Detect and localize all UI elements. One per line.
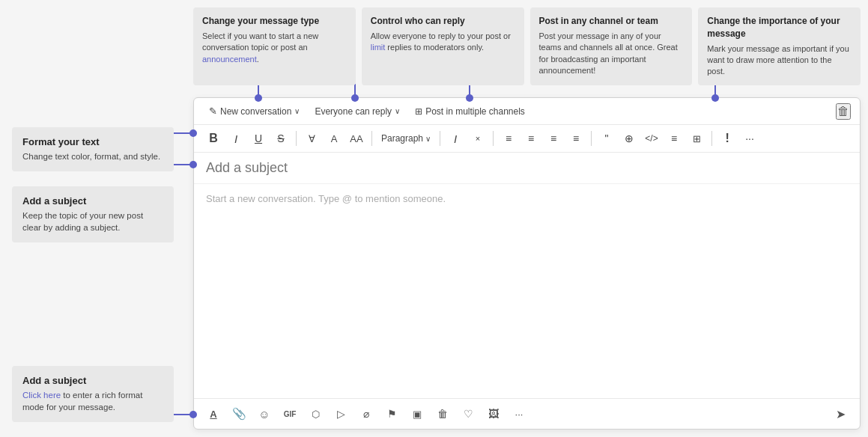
connector-dot-subject (189, 161, 197, 168)
connector-dot-format (189, 129, 197, 137)
add-subject-bottom-body: Click here to enter a rich format mode f… (22, 389, 163, 413)
indent-right-btn[interactable]: ≡ (521, 128, 541, 149)
chevron-down-icon-2: ∨ (395, 107, 400, 115)
fmt-sep-4 (493, 131, 494, 146)
post-multiple-label: Post in multiple channels (425, 106, 525, 117)
connector-dot-2 (351, 94, 359, 102)
edit-icon: ✎ (209, 106, 217, 117)
bullet-list-btn[interactable]: ≡ (543, 128, 564, 149)
emoji-btn[interactable]: ☺ (254, 403, 275, 424)
underline-btn[interactable]: U (248, 128, 269, 149)
connector-dot-3 (466, 94, 473, 102)
connector-dot-1 (255, 94, 262, 102)
link-btn[interactable]: ⊕ (619, 128, 640, 149)
add-subject-bottom-title: Add a subject (22, 375, 163, 386)
quote-btn[interactable]: " (596, 128, 617, 149)
font-size-large-btn[interactable]: AA (346, 128, 367, 149)
tooltip-who-reply-text: Allow everyone to reply to your post or … (371, 31, 515, 54)
more-options-btn[interactable]: ··· (739, 128, 760, 149)
editor-wrapper: ✎ New conversation ∨ Everyone can reply … (193, 97, 861, 430)
font-size-btn[interactable]: A (324, 128, 345, 149)
clear-format-btn[interactable]: × (467, 128, 488, 149)
top-tooltips: Change your message type Select if you w… (193, 7, 861, 85)
sticker-btn[interactable]: ⬡ (305, 403, 326, 424)
main-container: Change your message type Select if you w… (0, 0, 868, 437)
image-btn[interactable]: 🖼 (483, 403, 504, 424)
paragraph-select[interactable]: Paragraph ∨ (377, 132, 435, 145)
new-conversation-label: New conversation (220, 106, 291, 117)
tooltip-post-channel-text: Post your message in any of your teams a… (539, 31, 684, 77)
fmt-sep-1 (296, 131, 297, 146)
subject-input[interactable] (206, 160, 848, 176)
subject-line (194, 153, 860, 184)
format-text-btn[interactable]: A (203, 403, 224, 424)
delete-clip-btn[interactable]: 🗑 (432, 403, 453, 424)
more-bottom-btn[interactable]: ··· (509, 403, 529, 424)
left-sidebar: Format your text Change text color, form… (0, 0, 186, 437)
fmt-sep-5 (591, 131, 592, 146)
align-btn[interactable]: ≡ (664, 128, 685, 149)
italic-btn[interactable]: I (225, 128, 246, 149)
add-subject-card-top: Add a subject Keep the topic of your new… (12, 186, 174, 242)
everyone-reply-label: Everyone can reply (315, 106, 392, 117)
paragraph-label: Paragraph (381, 133, 423, 144)
strikethrough-btn[interactable]: S (270, 128, 291, 149)
tooltip-post-channel-title: Post in any channel or team (539, 15, 684, 28)
tooltip-message-type: Change your message type Select if you w… (193, 7, 356, 85)
video-clip-btn[interactable]: ▣ (407, 403, 428, 424)
editor-toolbar-top: ✎ New conversation ∨ Everyone can reply … (194, 98, 860, 125)
fmt-sep-6 (711, 131, 712, 146)
new-conversation-btn[interactable]: ✎ New conversation ∨ (203, 103, 306, 120)
important-btn[interactable]: ! (717, 128, 738, 149)
everyone-reply-btn[interactable]: Everyone can reply ∨ (309, 103, 406, 120)
delete-btn[interactable]: 🗑 (836, 103, 851, 120)
table-btn[interactable]: ⊞ (686, 128, 707, 149)
connector-dot-4 (711, 94, 719, 102)
add-subject-card-bottom: Add a subject Click here to enter a rich… (12, 366, 174, 422)
numbered-list-btn[interactable]: ≡ (565, 128, 586, 149)
format-text-title: Format your text (22, 136, 163, 147)
chevron-down-icon: ∨ (294, 107, 300, 115)
attach-file-btn[interactable]: 📎 (228, 403, 249, 424)
tooltip-message-type-title: Change your message type (202, 15, 347, 28)
gif-btn[interactable]: GIF (279, 403, 300, 424)
bold-btn[interactable]: B (203, 128, 224, 149)
tooltip-post-channel: Post in any channel or team Post your me… (530, 7, 693, 85)
tooltip-message-type-text: Select if you want to start a new conver… (202, 31, 347, 65)
paragraph-chevron: ∨ (425, 135, 431, 143)
tooltip-who-reply: Control who can reply Allow everyone to … (362, 7, 524, 85)
indent-left-btn[interactable]: ≡ (498, 128, 519, 149)
schedule-btn[interactable]: ▷ (330, 403, 351, 424)
rich-format-link[interactable]: Click here (22, 391, 61, 400)
format-text-body: Change text color, format, and style. (22, 150, 163, 162)
tooltip-importance: Change the importance of your message Ma… (698, 7, 861, 85)
format-text-card: Format your text Change text color, form… (12, 127, 174, 171)
send-btn[interactable]: ➤ (830, 403, 851, 424)
message-area[interactable]: Start a new conversation. Type @ to ment… (194, 184, 860, 398)
tooltip-importance-title: Change the importance of your message (707, 15, 852, 40)
tooltip-importance-text: Mark your message as important if you wa… (707, 43, 852, 78)
code-btn[interactable]: </> (641, 128, 662, 149)
fmt-sep-3 (440, 131, 440, 146)
praise-btn[interactable]: ⚑ (381, 403, 402, 424)
connector-dot-bottom (189, 411, 197, 418)
add-subject-top-body: Keep the topic of your new post clear by… (22, 210, 163, 233)
heart-btn[interactable]: ♡ (458, 403, 479, 424)
loop-btn[interactable]: ⌀ (356, 403, 377, 424)
message-placeholder: Start a new conversation. Type @ to ment… (206, 193, 848, 204)
post-multiple-btn[interactable]: ⊞ Post in multiple channels (409, 103, 531, 120)
add-subject-top-title: Add a subject (22, 195, 163, 207)
tooltip-who-reply-title: Control who can reply (371, 15, 515, 28)
font-color-btn[interactable]: ∀ (301, 128, 322, 149)
fmt-sep-2 (371, 131, 372, 146)
editor-bottom-toolbar: A 📎 ☺ GIF ⬡ ▷ ⌀ ⚑ ▣ 🗑 ♡ 🖼 ··· ➤ (194, 398, 860, 429)
editor-format-bar: B I U S ∀ A AA Paragraph ∨ I × ≡ ≡ ≡ ≡ "… (194, 125, 860, 153)
italic-text-btn[interactable]: I (445, 128, 466, 149)
post-multiple-icon: ⊞ (415, 106, 422, 117)
